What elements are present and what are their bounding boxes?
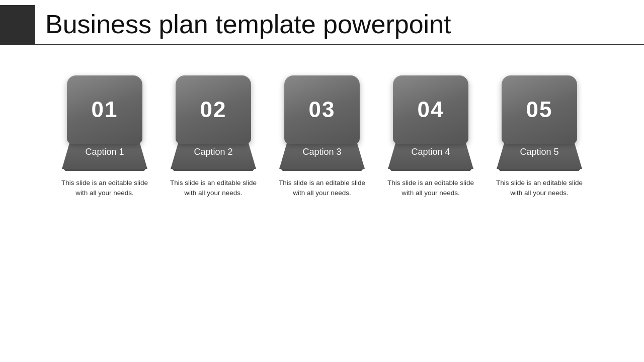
header: Business plan template powerpoint [0,0,644,45]
card-caption-label-1: Caption 1 [85,147,124,157]
header-bar [0,5,35,45]
card-number-2: 02 [200,97,227,122]
card-description-1: This slide is an editable slide with all… [58,178,151,199]
card-top-4: 04 [393,75,468,144]
card-caption-label-3: Caption 3 [302,147,341,157]
card-top-2: 02 [176,75,251,144]
header-content: Business plan template powerpoint [35,5,644,45]
card-description-3: This slide is an editable slide with all… [276,178,369,199]
card-caption-label-5: Caption 5 [520,147,558,157]
card-item-4: 04 Caption 4 This slide is an editable s… [380,75,481,199]
card-bottom-5: Caption 5 [497,140,582,169]
card-bottom-3: Caption 3 [279,140,365,169]
card-shape-3: 03 Caption 3 [279,75,365,171]
card-item-5: 05 Caption 5 This slide is an editable s… [489,75,590,199]
card-bottom-1: Caption 1 [62,140,147,169]
card-bottom-2: Caption 2 [171,140,256,169]
card-top-3: 03 [284,75,360,144]
card-shape-1: 01 Caption 1 [62,75,147,171]
main-content: 01 Caption 1 This slide is an editable s… [0,45,644,209]
card-shape-2: 02 Caption 2 [171,75,256,171]
card-description-5: This slide is an editable slide with all… [493,178,586,199]
card-bottom-4: Caption 4 [388,140,473,169]
card-top-1: 01 [67,75,142,144]
card-item-2: 02 Caption 2 This slide is an editable s… [163,75,264,199]
card-item-3: 03 Caption 3 This slide is an editable s… [272,75,372,199]
card-number-5: 05 [526,97,553,122]
card-shape-4: 04 Caption 4 [388,75,473,171]
card-caption-label-2: Caption 2 [194,147,232,157]
page-container: Business plan template powerpoint 01 Cap… [0,0,644,362]
card-top-5: 05 [502,75,577,144]
card-shape-5: 05 Caption 5 [497,75,582,171]
card-number-1: 01 [92,97,118,122]
page-title: Business plan template powerpoint [45,10,634,39]
card-description-4: This slide is an editable slide with all… [384,178,477,199]
card-caption-label-4: Caption 4 [411,147,450,157]
card-item-1: 01 Caption 1 This slide is an editable s… [54,75,155,199]
card-number-4: 04 [418,97,444,122]
card-description-2: This slide is an editable slide with all… [167,178,260,199]
cards-row: 01 Caption 1 This slide is an editable s… [54,75,590,199]
card-number-3: 03 [309,97,336,122]
